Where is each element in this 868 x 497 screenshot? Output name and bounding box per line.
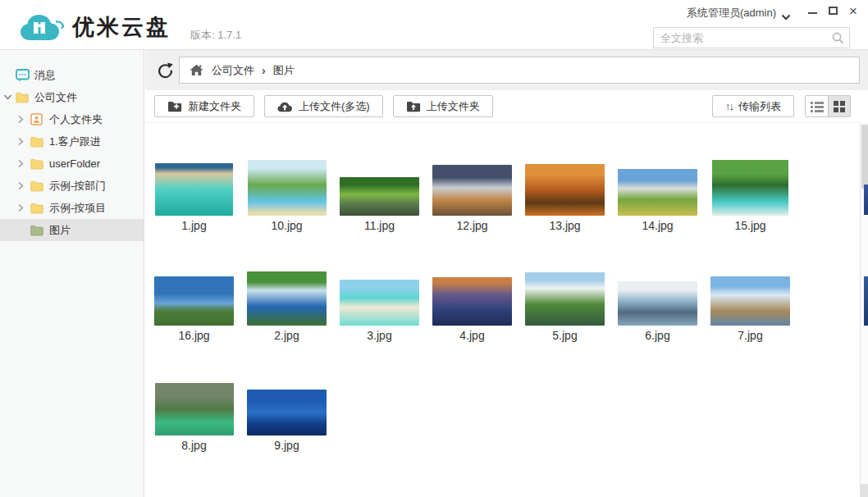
main-panel: 公司文件 › 图片 新建文件夹 上传文件(多选) bbox=[145, 50, 868, 497]
upload-folder-button[interactable]: 上传文件夹 bbox=[393, 95, 493, 117]
file-item[interactable]: 2.jpg bbox=[247, 268, 327, 344]
sidebar-item-label: 图片 bbox=[49, 223, 71, 238]
transfer-list-button[interactable]: ↑↓ 传输列表 bbox=[712, 95, 794, 117]
refresh-button[interactable] bbox=[153, 59, 176, 82]
breadcrumb-item-company-files[interactable]: 公司文件 bbox=[212, 63, 254, 78]
sidebar-item-pictures[interactable]: 图片 bbox=[0, 219, 144, 241]
file-item[interactable]: 13.jpg bbox=[525, 158, 605, 234]
maximize-button[interactable] bbox=[824, 2, 842, 19]
file-item[interactable]: 10.jpg bbox=[247, 158, 327, 234]
image-thumbnail[interactable] bbox=[525, 164, 605, 216]
search-input[interactable] bbox=[654, 28, 849, 48]
file-item[interactable]: 12.jpg bbox=[432, 158, 512, 234]
header: 优米云盘 版本: 1.7.1 系统管理员(admin) × bbox=[0, 0, 868, 50]
folder-icon bbox=[30, 136, 45, 148]
image-thumbnail[interactable] bbox=[618, 169, 697, 216]
grid-view-icon bbox=[834, 101, 845, 112]
file-name: 11.jpg bbox=[340, 218, 419, 234]
chevron-right-icon[interactable] bbox=[18, 115, 30, 124]
sidebar-item-label: 1.客户跟进 bbox=[49, 135, 101, 149]
file-grid-row: 1.jpg10.jpg11.jpg12.jpg13.jpg14.jpg15.jp… bbox=[154, 158, 860, 234]
chevron-right-icon[interactable] bbox=[18, 159, 30, 168]
chevron-right-icon[interactable] bbox=[18, 203, 30, 212]
close-button[interactable]: × bbox=[844, 2, 862, 19]
sidebar-item-user-folder[interactable]: userFolder bbox=[0, 153, 144, 175]
thumbnail-wrapper bbox=[618, 158, 697, 216]
image-thumbnail[interactable] bbox=[340, 280, 419, 326]
scrollbar-thumb[interactable] bbox=[861, 125, 868, 189]
image-thumbnail[interactable] bbox=[432, 277, 512, 326]
sidebar-item-company-files[interactable]: 公司文件 bbox=[0, 86, 144, 108]
transfer-list-label: 传输列表 bbox=[738, 99, 781, 114]
folder-green-icon bbox=[30, 225, 45, 236]
image-thumbnail[interactable] bbox=[155, 163, 233, 216]
chevron-right-icon[interactable] bbox=[18, 137, 30, 146]
upload-files-button[interactable]: 上传文件(多选) bbox=[264, 95, 383, 117]
sidebar-item-customer-follow-up[interactable]: 1.客户跟进 bbox=[0, 130, 144, 153]
file-name: 12.jpg bbox=[432, 218, 512, 234]
new-folder-label: 新建文件夹 bbox=[188, 99, 241, 114]
sidebar: 消息公司文件个人文件夹1.客户跟进userFolder示例-按部门示例-按项目图… bbox=[0, 50, 144, 497]
file-item[interactable]: 11.jpg bbox=[340, 158, 419, 234]
breadcrumb-item-pictures[interactable]: 图片 bbox=[273, 63, 295, 78]
thumbnail-wrapper bbox=[247, 268, 327, 326]
grid-view-button[interactable] bbox=[828, 96, 850, 116]
app-title: 优米云盘 bbox=[72, 12, 171, 42]
image-thumbnail[interactable] bbox=[710, 276, 790, 326]
file-item[interactable]: 6.jpg bbox=[618, 268, 697, 344]
sidebar-item-personal-folder[interactable]: 个人文件夹 bbox=[0, 108, 144, 130]
file-item[interactable]: 9.jpg bbox=[247, 378, 327, 454]
toolbar: 新建文件夹 上传文件(多选) 上传文件夹 ↑↓ bbox=[145, 90, 860, 123]
folder-icon bbox=[30, 180, 45, 192]
file-item[interactable]: 14.jpg bbox=[618, 158, 697, 234]
clipped-thumbnail-sliver bbox=[864, 185, 868, 215]
file-name: 10.jpg bbox=[247, 218, 327, 234]
image-thumbnail[interactable] bbox=[247, 390, 327, 435]
sidebar-tree: 消息公司文件个人文件夹1.客户跟进userFolder示例-按部门示例-按项目图… bbox=[0, 64, 144, 241]
home-icon[interactable] bbox=[190, 64, 203, 76]
search-icon[interactable] bbox=[831, 31, 845, 48]
image-thumbnail[interactable] bbox=[618, 281, 697, 326]
upload-files-label: 上传文件(多选) bbox=[299, 99, 370, 114]
thumbnail-wrapper bbox=[432, 268, 512, 326]
file-item[interactable]: 15.jpg bbox=[710, 158, 790, 234]
minimize-button[interactable] bbox=[803, 2, 821, 19]
sidebar-item-example-by-project[interactable]: 示例-按项目 bbox=[0, 197, 144, 219]
file-item[interactable]: 5.jpg bbox=[525, 268, 605, 344]
file-name: 6.jpg bbox=[618, 328, 697, 344]
image-thumbnail[interactable] bbox=[525, 272, 605, 326]
sidebar-item-example-by-dept[interactable]: 示例-按部门 bbox=[0, 175, 144, 197]
chevron-down-icon[interactable] bbox=[3, 94, 16, 100]
app-window: 优米云盘 版本: 1.7.1 系统管理员(admin) × 消息公司文件个人文件… bbox=[0, 0, 868, 497]
file-name: 5.jpg bbox=[525, 328, 605, 344]
file-item[interactable]: 4.jpg bbox=[432, 268, 512, 344]
chevron-right-icon[interactable] bbox=[18, 181, 30, 190]
image-thumbnail[interactable] bbox=[247, 271, 327, 326]
image-thumbnail[interactable] bbox=[340, 177, 419, 216]
image-thumbnail[interactable] bbox=[712, 160, 788, 216]
thumbnail-wrapper bbox=[710, 268, 790, 326]
file-item[interactable]: 3.jpg bbox=[340, 268, 419, 344]
file-name: 2.jpg bbox=[247, 328, 327, 344]
file-grid-row: 16.jpg2.jpg3.jpg4.jpg5.jpg6.jpg7.jpg bbox=[154, 268, 860, 344]
new-folder-button[interactable]: 新建文件夹 bbox=[154, 95, 254, 117]
file-item[interactable]: 8.jpg bbox=[154, 378, 234, 454]
image-thumbnail[interactable] bbox=[155, 383, 234, 435]
image-thumbnail[interactable] bbox=[248, 160, 327, 216]
image-thumbnail[interactable] bbox=[432, 165, 512, 216]
image-thumbnail[interactable] bbox=[154, 276, 234, 326]
file-item[interactable]: 16.jpg bbox=[154, 268, 234, 344]
minimize-icon bbox=[808, 12, 817, 14]
user-menu-label[interactable]: 系统管理员(admin) bbox=[687, 6, 776, 21]
sidebar-item-messages[interactable]: 消息 bbox=[0, 64, 144, 86]
file-name: 15.jpg bbox=[710, 218, 790, 234]
thumbnail-wrapper bbox=[525, 158, 605, 216]
file-item[interactable]: 7.jpg bbox=[710, 268, 790, 344]
file-name: 4.jpg bbox=[432, 328, 512, 344]
clipped-thumbnail-sliver bbox=[864, 276, 868, 326]
file-item[interactable]: 1.jpg bbox=[154, 158, 234, 234]
cloud-upload-icon bbox=[277, 101, 293, 112]
user-menu-chevron-down-icon[interactable] bbox=[781, 9, 791, 24]
file-name: 9.jpg bbox=[247, 438, 327, 454]
list-view-button[interactable] bbox=[806, 96, 828, 116]
